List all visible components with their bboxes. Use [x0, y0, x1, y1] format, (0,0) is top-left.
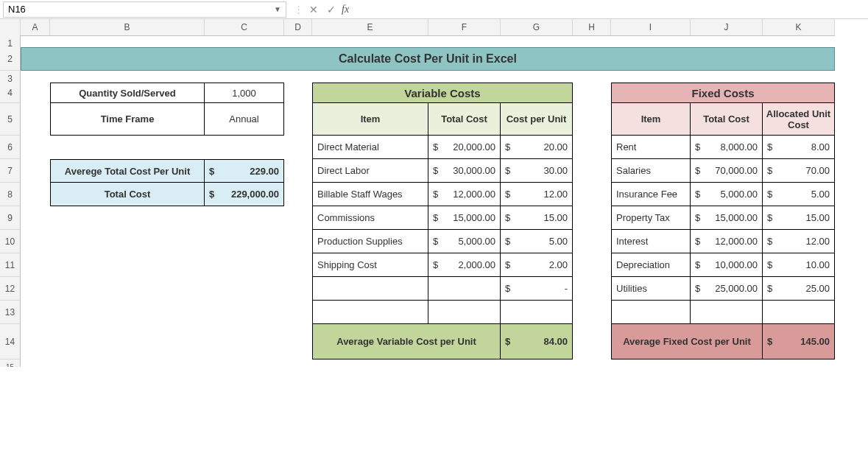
formula-input[interactable] [352, 1, 720, 18]
spreadsheet-grid[interactable]: A B C D E F G H I J K 1 2 Calculate Cost… [0, 19, 868, 367]
fc-unit[interactable]: $5.00 [763, 183, 835, 206]
chevron-down-icon[interactable]: ▼ [274, 5, 281, 13]
row-header[interactable]: 13 [0, 301, 21, 324]
name-box-input[interactable] [8, 4, 274, 15]
row-header[interactable]: 4 [0, 83, 21, 103]
row-header[interactable]: 12 [0, 277, 21, 301]
select-all-corner[interactable] [0, 19, 21, 36]
vc-total[interactable]: $30,000.00 [428, 159, 501, 183]
name-box[interactable]: ▼ [3, 1, 286, 18]
fx-icon[interactable]: fx [342, 4, 349, 15]
vc-total[interactable] [428, 277, 501, 301]
vc-unit[interactable]: $5.00 [501, 230, 573, 253]
vc-unit[interactable] [501, 301, 573, 324]
fc-unit[interactable]: $70.00 [763, 159, 835, 183]
vc-total[interactable]: $5,000.00 [428, 230, 501, 253]
formula-controls: ⋮ ✕ ✓ fx [294, 1, 720, 18]
fc-col-total: Total Cost [691, 103, 763, 136]
cancel-icon[interactable]: ✕ [306, 2, 321, 17]
vc-total[interactable]: $12,000.00 [428, 183, 501, 206]
vc-item[interactable] [312, 277, 428, 301]
fc-item[interactable]: Interest [611, 230, 691, 253]
vc-item[interactable]: Production Supplies [312, 230, 428, 253]
col-header[interactable]: B [50, 19, 205, 36]
vc-total[interactable]: $15,000.00 [428, 206, 501, 230]
vc-unit[interactable]: $2.00 [501, 253, 573, 277]
fc-item[interactable]: Insurance Fee [611, 183, 691, 206]
col-header[interactable]: I [611, 19, 691, 36]
fc-total[interactable]: $5,000.00 [691, 183, 763, 206]
vc-total[interactable] [428, 301, 501, 324]
col-header[interactable]: H [573, 19, 611, 36]
fc-total[interactable]: $10,000.00 [691, 253, 763, 277]
fc-total[interactable]: $70,000.00 [691, 159, 763, 183]
fc-total[interactable]: $25,000.00 [691, 277, 763, 301]
timeframe-value[interactable]: Annual [205, 103, 284, 136]
row-header[interactable]: 11 [0, 253, 21, 277]
column-headers: A B C D E F G H I J K [0, 19, 868, 35]
fc-total[interactable]: $12,000.00 [691, 230, 763, 253]
col-header[interactable]: F [428, 19, 501, 36]
vc-item[interactable]: Direct Labor [312, 159, 428, 183]
fc-item[interactable]: Property Tax [611, 206, 691, 230]
page-title: Calculate Cost Per Unit in Excel [21, 47, 835, 71]
row-header[interactable]: 2 [0, 47, 21, 71]
col-header[interactable]: E [312, 19, 428, 36]
col-header[interactable]: D [284, 19, 312, 36]
vc-total[interactable]: $2,000.00 [428, 253, 501, 277]
fc-unit[interactable]: $25.00 [763, 277, 835, 301]
fc-unit[interactable] [763, 301, 835, 324]
col-header[interactable]: K [763, 19, 835, 36]
total-cost-value[interactable]: $229,000.00 [205, 183, 284, 206]
vc-item[interactable]: Shipping Cost [312, 253, 428, 277]
vc-item[interactable] [312, 301, 428, 324]
fc-item[interactable]: Depreciation [611, 253, 691, 277]
fc-item[interactable] [611, 301, 691, 324]
variable-costs-header: Variable Costs [312, 83, 573, 103]
vc-col-item: Item [312, 103, 428, 136]
vc-item[interactable]: Billable Staff Wages [312, 183, 428, 206]
vc-total[interactable]: $20,000.00 [428, 136, 501, 159]
fc-item[interactable]: Rent [611, 136, 691, 159]
fc-total[interactable]: $15,000.00 [691, 206, 763, 230]
row-header[interactable]: 15 [0, 359, 21, 367]
vc-item[interactable]: Direct Material [312, 136, 428, 159]
fc-unit[interactable]: $12.00 [763, 230, 835, 253]
formula-bar-row: ▼ ⋮ ✕ ✓ fx [0, 0, 868, 19]
check-icon[interactable]: ✓ [324, 2, 339, 17]
qty-value[interactable]: 1,000 [205, 83, 284, 103]
total-cost-label: Total Cost [50, 183, 205, 206]
fc-col-item: Item [611, 103, 691, 136]
fc-unit[interactable]: $15.00 [763, 206, 835, 230]
vc-unit[interactable]: $30.00 [501, 159, 573, 183]
vc-unit[interactable]: $- [501, 277, 573, 301]
row-header[interactable]: 7 [0, 159, 21, 183]
row-header[interactable]: 9 [0, 206, 21, 230]
fc-item[interactable]: Utilities [611, 277, 691, 301]
row-header[interactable]: 10 [0, 230, 21, 253]
fc-unit[interactable]: $8.00 [763, 136, 835, 159]
row-header[interactable]: 14 [0, 324, 21, 359]
vc-item[interactable]: Commissions [312, 206, 428, 230]
col-header[interactable]: A [21, 19, 50, 36]
avg-cost-value[interactable]: $229.00 [205, 159, 284, 183]
fc-unit[interactable]: $10.00 [763, 253, 835, 277]
fc-total[interactable]: $8,000.00 [691, 136, 763, 159]
vc-unit[interactable]: $20.00 [501, 136, 573, 159]
vc-unit[interactable]: $12.00 [501, 183, 573, 206]
col-header[interactable]: J [691, 19, 763, 36]
fixed-costs-header: Fixed Costs [611, 83, 835, 103]
fc-footer-value[interactable]: $145.00 [763, 324, 835, 359]
vc-unit[interactable]: $15.00 [501, 206, 573, 230]
row-header[interactable]: 5 [0, 103, 21, 136]
col-header[interactable]: G [501, 19, 573, 36]
vc-col-unit: Cost per Unit [501, 103, 573, 136]
vc-footer-label: Average Variable Cost per Unit [312, 324, 501, 359]
row-header[interactable]: 6 [0, 136, 21, 159]
vc-footer-value[interactable]: $84.00 [501, 324, 573, 359]
row-header[interactable]: 8 [0, 183, 21, 206]
col-header[interactable]: C [205, 19, 284, 36]
fc-item[interactable]: Salaries [611, 159, 691, 183]
fc-col-unit: Allocated Unit Cost [763, 103, 835, 136]
fc-total[interactable] [691, 301, 763, 324]
